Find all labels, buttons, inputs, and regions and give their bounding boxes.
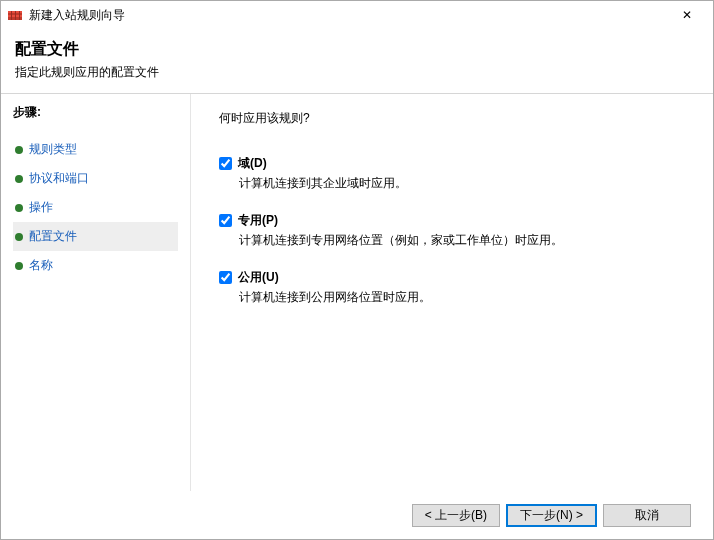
svg-rect-4 (15, 11, 16, 20)
cancel-button[interactable]: 取消 (603, 504, 691, 527)
option-label: 公用(U) (238, 269, 279, 286)
step-protocol-ports[interactable]: 协议和端口 (13, 164, 178, 193)
prompt-text: 何时应用该规则? (219, 110, 685, 127)
option-public: 公用(U) 计算机连接到公用网络位置时应用。 (219, 269, 685, 306)
svg-rect-3 (11, 11, 12, 20)
bullet-icon (15, 262, 23, 270)
svg-rect-5 (19, 11, 20, 20)
firewall-icon (7, 7, 23, 23)
steps-label: 步骤: (13, 104, 178, 121)
titlebar: 新建入站规则向导 ✕ (1, 1, 713, 29)
content-pane: 何时应用该规则? 域(D) 计算机连接到其企业域时应用。 专用(P) 计算机连接… (191, 94, 713, 496)
option-desc: 计算机连接到公用网络位置时应用。 (239, 289, 685, 306)
option-label: 专用(P) (238, 212, 278, 229)
page-subtitle: 指定此规则应用的配置文件 (15, 64, 699, 81)
option-desc: 计算机连接到专用网络位置（例如，家或工作单位）时应用。 (239, 232, 685, 249)
page-title: 配置文件 (15, 39, 699, 60)
step-label: 规则类型 (29, 141, 77, 158)
step-list: 规则类型 协议和端口 操作 配置文件 名称 (13, 135, 178, 280)
checkbox-public[interactable] (219, 271, 232, 284)
step-label: 配置文件 (29, 228, 77, 245)
option-desc: 计算机连接到其企业域时应用。 (239, 175, 685, 192)
wizard-header: 配置文件 指定此规则应用的配置文件 (1, 29, 713, 94)
step-name[interactable]: 名称 (13, 251, 178, 280)
bullet-icon (15, 146, 23, 154)
option-domain: 域(D) 计算机连接到其企业域时应用。 (219, 155, 685, 192)
close-icon: ✕ (682, 8, 692, 22)
step-label: 名称 (29, 257, 53, 274)
step-action[interactable]: 操作 (13, 193, 178, 222)
next-button[interactable]: 下一步(N) > (506, 504, 597, 527)
close-button[interactable]: ✕ (667, 4, 707, 26)
sidebar: 步骤: 规则类型 协议和端口 操作 配置文件 名称 (1, 94, 191, 496)
checkbox-domain[interactable] (219, 157, 232, 170)
wizard-footer: < 上一步(B) 下一步(N) > 取消 (1, 491, 713, 539)
checkbox-private[interactable] (219, 214, 232, 227)
window-title: 新建入站规则向导 (29, 7, 667, 24)
option-label: 域(D) (238, 155, 267, 172)
step-rule-type[interactable]: 规则类型 (13, 135, 178, 164)
back-button[interactable]: < 上一步(B) (412, 504, 500, 527)
step-profile[interactable]: 配置文件 (13, 222, 178, 251)
bullet-icon (15, 175, 23, 183)
option-private: 专用(P) 计算机连接到专用网络位置（例如，家或工作单位）时应用。 (219, 212, 685, 249)
bullet-icon (15, 204, 23, 212)
step-label: 操作 (29, 199, 53, 216)
bullet-icon (15, 233, 23, 241)
wizard-body: 步骤: 规则类型 协议和端口 操作 配置文件 名称 (1, 94, 713, 496)
step-label: 协议和端口 (29, 170, 89, 187)
